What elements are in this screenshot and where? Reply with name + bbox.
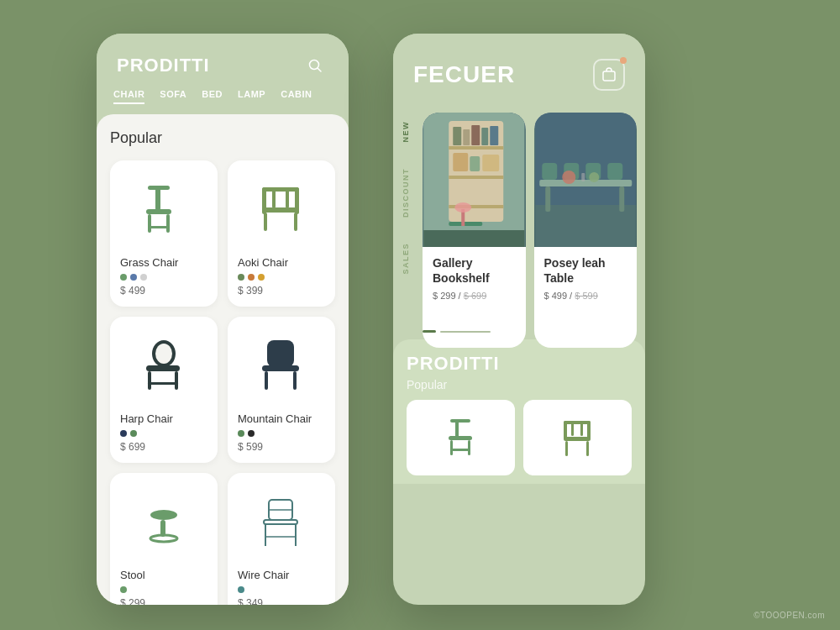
svg-rect-35 (603, 71, 615, 81)
phone-left-header: PRODITTI (97, 34, 349, 89)
svg-rect-73 (564, 421, 567, 439)
side-tab-discount[interactable]: DISCOUNT (402, 168, 410, 218)
svg-rect-78 (565, 441, 568, 456)
mini-product-card-1[interactable] (407, 400, 515, 475)
color-dot (130, 274, 137, 281)
mountain-chair-price: $ 599 (238, 441, 325, 453)
aoki-chair-svg (252, 179, 311, 242)
table-prices: $ 499 / $ 599 (544, 291, 627, 301)
table-name: Posey leah Table (544, 255, 627, 286)
mini-grass-chair (440, 415, 482, 461)
svg-rect-50 (449, 222, 482, 226)
svg-rect-74 (587, 421, 591, 439)
bookshelf-illustration (423, 113, 526, 247)
harp-chair-svg (134, 335, 193, 398)
wire-chair-price: $ 349 (238, 597, 325, 605)
product-img-stool (120, 485, 207, 560)
color-dot (238, 430, 244, 437)
table-card-img (534, 113, 638, 247)
svg-rect-48 (470, 156, 480, 171)
stool-price: $ 299 (120, 597, 207, 605)
cart-icon (601, 67, 617, 82)
svg-rect-22 (267, 340, 294, 367)
grass-chair-price: $ 499 (120, 285, 207, 297)
svg-rect-39 (449, 146, 503, 150)
stool-svg (134, 491, 193, 554)
product-card-wire-chair[interactable]: Wire Chair $ 349 (228, 473, 335, 605)
cart-button[interactable] (593, 59, 625, 91)
tab-sofa[interactable]: SOFA (160, 89, 186, 104)
right-phone: FECUER NEW DISCOUNT SALES (393, 34, 645, 605)
svg-rect-67 (449, 436, 472, 440)
svg-rect-60 (607, 163, 622, 180)
table-card-body: Posey leah Table $ 499 / $ 599 (534, 247, 638, 306)
aoki-chair-name: Aoki Chair (238, 256, 325, 269)
svg-point-17 (155, 344, 172, 364)
product-card-harp-chair[interactable]: Harp Chair $ 699 (110, 317, 218, 463)
product-card-grass-chair[interactable]: Grass Chair $ 499 (110, 160, 218, 307)
harp-chair-name: Harp Chair (120, 412, 207, 425)
grass-chair-svg (134, 179, 193, 242)
svg-rect-8 (262, 187, 299, 192)
product-img-harp (120, 328, 207, 404)
color-dot (248, 274, 255, 281)
mini-product-card-2[interactable] (523, 400, 632, 475)
phone-left-content: Popular (97, 114, 349, 605)
svg-rect-11 (272, 187, 276, 208)
proditti-bottom-section: PRODITTI Popular (393, 339, 645, 484)
color-dot (120, 430, 127, 437)
product-card-stool[interactable]: Stool $ 299 (110, 473, 218, 605)
proditti-bottom-brand: PRODITTI (407, 353, 632, 375)
aoki-chair-colors (238, 274, 325, 281)
wire-chair-svg (252, 491, 311, 554)
svg-rect-15 (294, 213, 297, 231)
svg-rect-25 (293, 371, 297, 390)
svg-rect-19 (148, 371, 151, 390)
bookshelf-card-body: Gallery Bookshelf $ 299 / $ 699 (423, 247, 526, 306)
color-dot (130, 430, 137, 437)
svg-rect-71 (450, 419, 470, 423)
svg-rect-3 (146, 209, 171, 214)
svg-rect-12 (286, 187, 289, 208)
product-card-aoki-chair[interactable]: Aoki Chair $ 399 (228, 160, 335, 307)
fecuer-header: FECUER (393, 34, 645, 104)
side-tabs: NEW DISCOUNT SALES (393, 121, 410, 274)
svg-rect-20 (175, 371, 178, 390)
svg-rect-61 (545, 186, 550, 212)
tab-bed[interactable]: BED (202, 89, 223, 104)
gallery-bookshelf-card[interactable]: Gallery Bookshelf $ 299 / $ 699 (423, 113, 526, 348)
watermark: ©TOOOPEN.com (753, 611, 825, 620)
harp-chair-colors (120, 430, 207, 437)
product-card-mountain-chair[interactable]: Mountain Chair $ 599 (228, 317, 335, 463)
svg-rect-40 (449, 176, 503, 179)
search-button[interactable] (302, 52, 328, 79)
color-dot (258, 274, 265, 281)
product-img-wire (238, 485, 325, 560)
tab-cabin[interactable]: CABIN (281, 89, 312, 104)
svg-rect-79 (586, 441, 589, 456)
svg-rect-62 (619, 186, 624, 212)
bookshelf-name: Gallery Bookshelf (433, 255, 516, 286)
svg-rect-77 (564, 437, 591, 441)
side-tab-new[interactable]: NEW (402, 121, 410, 143)
svg-rect-53 (423, 230, 524, 247)
mountain-chair-name: Mountain Chair (238, 412, 325, 425)
side-tab-sales[interactable]: SALES (402, 243, 410, 275)
color-dot (120, 274, 127, 281)
page-indicator-track (440, 331, 491, 333)
svg-rect-44 (471, 125, 480, 145)
mini-products (407, 400, 632, 475)
svg-point-64 (589, 172, 599, 182)
table-card[interactable]: Posey leah Table $ 499 / $ 599 (534, 113, 638, 348)
aoki-chair-price: $ 399 (238, 285, 325, 297)
bookshelf-original-price: $ 699 (464, 291, 487, 301)
tab-lamp[interactable]: LAMP (238, 89, 265, 104)
product-img-mountain (238, 328, 325, 404)
tab-chair[interactable]: CHAIR (113, 89, 144, 104)
bookshelf-price: $ 299 (433, 291, 456, 301)
mini-aoki-chair (557, 415, 599, 461)
wire-chair-colors (238, 586, 325, 593)
mountain-chair-svg (252, 335, 311, 398)
svg-point-0 (310, 60, 319, 70)
grass-chair-colors (120, 274, 207, 281)
